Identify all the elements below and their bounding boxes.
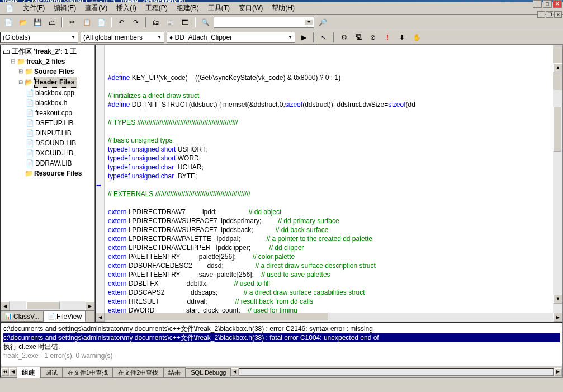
cut-button[interactable]: ✂ — [66, 16, 78, 29]
close-button[interactable]: ✕ — [553, 0, 562, 8]
separator — [313, 32, 314, 42]
tree-file[interactable]: 📄DSOUND.LIB — [2, 138, 93, 148]
go-debug-button[interactable]: ⬇ — [396, 31, 408, 44]
save-button[interactable]: 💾 — [31, 16, 44, 29]
toolbar-wizbar: (Globals)▼ (All global members▼ ♦ DD_Att… — [0, 30, 563, 45]
find-button[interactable]: 🔎 — [316, 16, 329, 29]
source-folder[interactable]: ⊞📁Source Files — [2, 67, 93, 77]
find-combo[interactable]: ▼ — [214, 17, 314, 28]
tree-file[interactable]: 📄DDRAW.LIB — [2, 158, 93, 168]
minimize-button[interactable]: _ — [533, 0, 542, 8]
redo-button[interactable]: ↷ — [130, 16, 142, 29]
breakpoint-button[interactable]: ✋ — [410, 31, 423, 44]
tree-hscroll[interactable]: ◀ ▶ — [1, 301, 94, 310]
output-tab-find1[interactable]: 在文件1中查找 — [63, 367, 113, 377]
scroll-up-icon[interactable]: ▲ — [553, 63, 562, 72]
mdi-close-button[interactable]: ✕ — [554, 11, 562, 18]
menu-help[interactable]: 帮助(H) — [267, 2, 299, 15]
menu-edit[interactable]: 编辑(E) — [49, 2, 81, 15]
menu-file[interactable]: 文件(F) — [18, 2, 49, 15]
tab-nav-prev[interactable]: ◀ — [9, 368, 17, 376]
paste-button[interactable]: 📄 — [95, 16, 107, 29]
output-hscroll-track[interactable] — [239, 368, 554, 376]
output-panel: c:\documents and settings\administrator\… — [0, 322, 563, 378]
function-combo[interactable]: ♦ DD_Attach_Clipper▼ — [167, 32, 295, 43]
stop-build-button[interactable]: ⊘ — [367, 31, 379, 44]
output-tab-find2[interactable]: 在文件2中查找 — [113, 367, 163, 377]
mdi-minimize-button[interactable]: _ — [537, 11, 545, 18]
editor-gutter — [96, 45, 105, 313]
editor-hscroll[interactable]: ◀ ▶ — [96, 313, 562, 322]
menu-tools[interactable]: 工具(T) — [204, 2, 234, 15]
find-in-files-button[interactable]: 🔍 — [199, 16, 211, 29]
tab-nav-first[interactable]: ⏮ — [1, 368, 9, 376]
output-tabs: ⏮ ◀ 组建 调试 在文件1中查找 在文件2中查找 结果 SQL Debugg … — [1, 366, 562, 377]
menu-build[interactable]: 组建(B) — [172, 2, 204, 15]
scroll-right-icon[interactable]: ▶ — [553, 313, 562, 322]
code-editor[interactable]: #define KEY_UP(vk_code) ((GetAsyncKeySta… — [95, 45, 563, 322]
output-tab-sql[interactable]: SQL Debugg — [186, 368, 231, 376]
output-button[interactable]: 📰 — [164, 16, 177, 29]
tree-file[interactable]: 📄DINPUT.LIB — [2, 128, 93, 138]
menu-window[interactable]: 窗口(W) — [234, 2, 267, 15]
new-button[interactable]: 📄 — [2, 16, 15, 29]
save-all-button[interactable]: 🗃 — [46, 16, 58, 29]
scroll-down-icon[interactable]: ▼ — [553, 295, 562, 304]
select-button[interactable]: ↖ — [318, 31, 330, 44]
tree-file[interactable]: 📄DSETUP.LIB — [2, 118, 93, 128]
menu-insert[interactable]: 插入(I) — [112, 2, 140, 15]
scope-combo[interactable]: (Globals)▼ — [0, 32, 78, 43]
separator — [145, 17, 146, 27]
copy-button[interactable]: 📋 — [81, 16, 93, 29]
tree-file[interactable]: 📄blackbox.cpp — [2, 88, 93, 98]
maximize-button[interactable]: □ — [543, 0, 552, 8]
tree-file[interactable]: 📄blackbox.h — [2, 98, 93, 108]
app-icon: 📄 — [1, 3, 18, 14]
undo-button[interactable]: ↶ — [115, 16, 127, 29]
scroll-left-icon[interactable]: ◀ — [96, 313, 105, 322]
mdi-restore-button[interactable]: ❐ — [546, 11, 553, 18]
tab-scroll-right[interactable]: ▶ — [554, 368, 562, 376]
separator — [195, 17, 196, 27]
output-tab-build[interactable]: 组建 — [17, 367, 40, 378]
build-button[interactable]: 🏗 — [352, 31, 365, 44]
header-folder[interactable]: ⊟📂Header Files — [2, 77, 93, 88]
output-text[interactable]: c:\documents and settings\administrator\… — [1, 323, 562, 366]
members-combo[interactable]: (All global members▼ — [81, 32, 164, 43]
tree-file[interactable]: 📄freakout.cpp — [2, 108, 93, 118]
go-button[interactable]: ▶ — [297, 31, 310, 44]
open-button[interactable]: 📂 — [17, 16, 29, 29]
scroll-left-icon[interactable]: ◀ — [1, 301, 10, 310]
separator — [333, 32, 334, 42]
file-tree[interactable]: 🗃工作区 'freak_2': 1 工 ⊟📁freak_2 files ⊞📁So… — [1, 45, 94, 301]
workspace-root[interactable]: 🗃工作区 'freak_2': 1 工 — [2, 46, 93, 56]
tab-fileview[interactable]: 📄FileView — [44, 311, 86, 322]
toolbar-standard: 📄 📂 💾 🗃 ✂ 📋 📄 ↶ ↷ 🗂 📰 🗔 🔍 ▼ 🔎 — [0, 15, 563, 30]
menu-project[interactable]: 工程(P) — [141, 2, 172, 15]
separator — [61, 17, 63, 27]
output-tab-results[interactable]: 结果 — [163, 367, 186, 377]
menu-view[interactable]: 查看(V) — [81, 2, 112, 15]
resource-folder[interactable]: 📁Resource Files — [2, 168, 93, 178]
scroll-right-icon[interactable]: ▶ — [86, 301, 94, 310]
tab-classview[interactable]: 📊ClassV... — [1, 311, 44, 322]
window-list-button[interactable]: 🗔 — [179, 16, 191, 29]
project-node[interactable]: ⊟📁freak_2 files — [2, 56, 93, 67]
separator — [111, 17, 112, 27]
compile-button[interactable]: ⚙ — [338, 31, 350, 44]
workspace-panel: 🗃工作区 'freak_2': 1 工 ⊟📁freak_2 files ⊞📁So… — [0, 45, 95, 322]
output-tab-debug[interactable]: 调试 — [40, 367, 63, 377]
menubar: 📄 文件(F) 编辑(E) 查看(V) 插入(I) 工程(P) 组建(B) 工具… — [0, 2, 563, 15]
execute-button[interactable]: ! — [381, 31, 394, 44]
tab-scroll-left[interactable]: ◀ — [231, 368, 239, 376]
tree-file[interactable]: 📄DXGUID.LIB — [2, 148, 93, 158]
workspace-button[interactable]: 🗂 — [150, 16, 162, 29]
editor-vscroll[interactable]: ▲ ▼ — [553, 45, 562, 304]
